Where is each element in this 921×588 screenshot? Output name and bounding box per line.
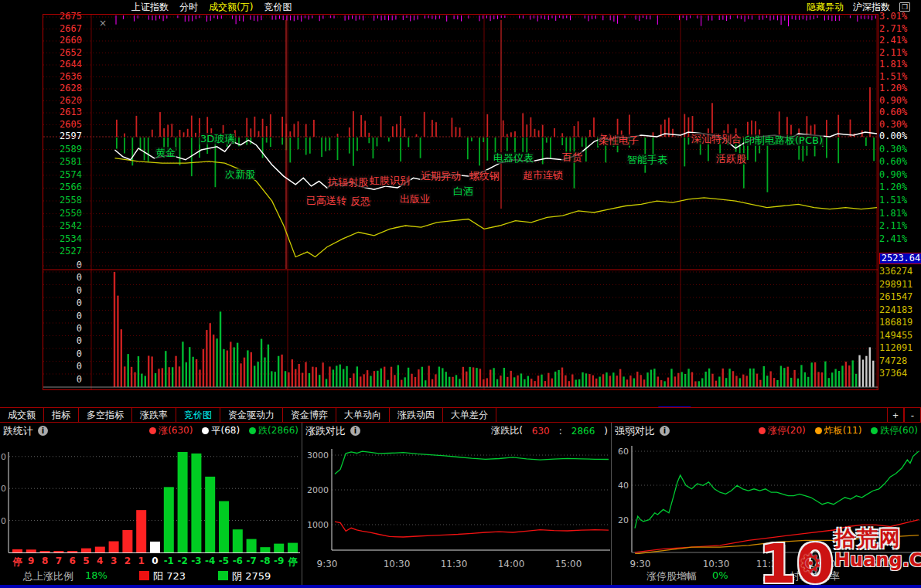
bottom-strip: [0, 585, 921, 588]
concept-tag-12[interactable]: 百货: [561, 151, 583, 163]
hist-cat-1-9: 9: [28, 556, 34, 566]
legend-dot-icon: [815, 427, 822, 434]
concept-tag-17[interactable]: 印制电路板(PCB): [744, 134, 824, 146]
ratio-suffix: ): [604, 426, 608, 437]
volume-tick: 112091: [879, 343, 921, 353]
hist-cat-5-5: 5: [83, 556, 89, 566]
bottom-tabbar: 成交额指标多空指标涨跌率竞价图资金驱动力资金博弈大单动向涨跌动因大单差分 + -: [0, 407, 921, 423]
topbar-item-1[interactable]: 分时: [179, 1, 198, 14]
info-icon[interactable]: i: [350, 426, 360, 436]
concept-tag-16[interactable]: 深汕特别合: [691, 133, 742, 144]
ratio-down: 2866: [571, 426, 595, 437]
ratio-prefix: 涨跌比(: [491, 424, 523, 437]
yang-count: 阳 723: [139, 569, 186, 583]
legend-dot-icon: [759, 427, 766, 434]
tab-涨跌率[interactable]: 涨跌率: [131, 408, 176, 422]
app-root: 上证指数分时成交额(万)竞价图 隐藏异动沪深指数❐ 26752667266026…: [0, 0, 921, 588]
concept-tag-15[interactable]: 智能手表: [626, 154, 668, 165]
concept-tag-6[interactable]: 反恐: [350, 195, 371, 207]
volume-tick: 37364: [879, 369, 921, 379]
concept-tag-14[interactable]: 柔性电子: [598, 134, 640, 146]
zoom-out-button[interactable]: -: [904, 408, 921, 422]
hist-cat-17--7: -7: [246, 556, 256, 566]
topbar-right-item-0[interactable]: 隐藏异动: [807, 1, 844, 14]
concept-tag-0[interactable]: 黄金: [155, 147, 176, 158]
ratio-colon: :: [559, 426, 562, 437]
cmp-x-15:00: 15:00: [555, 559, 582, 569]
price-axis-right: 3.01%2.71%2.41%2.11%1.81%1.51%1.20%0.90%…: [879, 14, 921, 390]
ratio-up: 630: [532, 426, 550, 437]
svg-text:1000: 1000: [307, 520, 329, 530]
strength-legend-0: 涨停(20): [759, 424, 806, 437]
legend-dot-icon: [871, 427, 878, 434]
tab-多空指标[interactable]: 多空指标: [78, 408, 132, 422]
str-x-11:30: 11:30: [756, 559, 783, 569]
concept-tag-10[interactable]: 白酒: [452, 185, 474, 197]
cmp-x-9:30: 9:30: [317, 559, 338, 569]
concept-tag-11[interactable]: 电器仪表: [493, 152, 534, 164]
hist-cat-4-6: 6: [70, 556, 76, 566]
tab-资金驱动力[interactable]: 资金驱动力: [220, 408, 283, 422]
tab-大单动向[interactable]: 大单动向: [336, 408, 390, 422]
pct-tick: 1.51%: [879, 195, 921, 206]
panel-updown-compare-header: 涨跌对比 i 涨跌比(630:2866): [302, 423, 611, 439]
tab-成交额[interactable]: 成交额: [0, 408, 44, 422]
str-x-15:00: 15:00: [865, 559, 892, 569]
pct-tick: 1.20%: [879, 83, 921, 93]
pct-tick: 1.81%: [879, 209, 921, 219]
concept-tag-3[interactable]: 抗辐射股: [327, 176, 369, 188]
tab-list: 成交额指标多空指标涨跌率竞价图资金驱动力资金博弈大单动向涨跌动因大单差分: [0, 408, 496, 422]
strength-legend-2: 跌停(60): [871, 424, 918, 437]
legend-label: 平(68): [211, 425, 240, 436]
panel-strength-compare: 强弱对比 i 涨停(20)炸板(11)跌停(60) 604020 9:3010:…: [611, 423, 921, 585]
concept-tag-2[interactable]: 次新股: [224, 168, 256, 180]
concept-tag-4[interactable]: 虹膜识别: [369, 175, 411, 186]
close-icon[interactable]: ×: [99, 19, 107, 28]
timeshare-chart-section: 2675266726602652264426362628262026132605…: [0, 14, 921, 390]
up-ratio-label: 总上涨比例: [23, 569, 73, 583]
hist-cat-7-3: 3: [111, 556, 117, 566]
concept-tag-5[interactable]: 已高送转: [305, 195, 347, 206]
info-icon[interactable]: i: [660, 426, 670, 436]
topbar: 上证指数分时成交额(万)竞价图 隐藏异动沪深指数❐: [0, 0, 921, 14]
tab-资金博弈[interactable]: 资金博弈: [282, 408, 336, 422]
svg-text:3000: 3000: [307, 450, 329, 461]
concept-tag-1[interactable]: 3D玻璃: [200, 133, 235, 144]
hist-cat-19--9: -9: [274, 556, 284, 566]
tab-指标[interactable]: 指标: [43, 408, 79, 422]
zoom-in-button[interactable]: +: [887, 408, 904, 422]
limitup-gain-value: 0%: [712, 569, 728, 581]
concept-tag-18[interactable]: 活跃股: [715, 153, 747, 165]
tab-竞价图[interactable]: 竞价图: [176, 408, 220, 422]
yin-count: 阴 2759: [218, 569, 271, 583]
tab-大单差分[interactable]: 大单差分: [442, 408, 496, 422]
legend-dot-icon: [202, 427, 209, 434]
cmp-x-11:30: 11:30: [441, 559, 468, 569]
tab-zoom-group: + -: [887, 408, 921, 422]
concept-tag-13[interactable]: 超市连锁: [522, 169, 564, 181]
concept-tag-7[interactable]: 出版业: [399, 193, 431, 205]
pct-tick: 0.60%: [879, 157, 921, 167]
svg-text:2000: 2000: [307, 485, 329, 495]
concept-tag-8[interactable]: 近期异动: [420, 170, 462, 182]
concept-tag-9[interactable]: 螺纹钢: [469, 170, 500, 182]
cmp-x-10:30: 10:30: [384, 559, 411, 569]
cmp-x-14:00: 14:00: [498, 559, 525, 569]
volume-tick: 74728: [879, 356, 921, 366]
topbar-item-3[interactable]: 竞价图: [264, 1, 292, 14]
volume-tick: 298911: [879, 280, 921, 290]
legend-label: 跌(2866): [258, 425, 298, 436]
timeshare-plot[interactable]: × 黄金3D玻璃次新股抗辐射股虹膜识别已高送转反恐出版业近期异动螺纹钢白酒电器仪…: [43, 14, 878, 390]
hist-cat-15--5: -5: [219, 556, 229, 566]
volume-tick: 149455: [879, 331, 921, 341]
price-axis-left: 2675266726602652264426362628262026132605…: [0, 14, 41, 390]
volume-tick: 186819: [879, 318, 921, 328]
pct-tick: 2.11%: [879, 48, 921, 58]
info-icon[interactable]: i: [38, 426, 48, 436]
str-x-14:00: 14:00: [809, 559, 836, 569]
topbar-item-0[interactable]: 上证指数: [131, 1, 169, 14]
pct-tick: 0.30%: [879, 120, 921, 130]
svg-text:40: 40: [618, 481, 629, 491]
tab-涨跌动因[interactable]: 涨跌动因: [389, 408, 443, 422]
topbar-item-2[interactable]: 成交额(万): [209, 1, 253, 14]
